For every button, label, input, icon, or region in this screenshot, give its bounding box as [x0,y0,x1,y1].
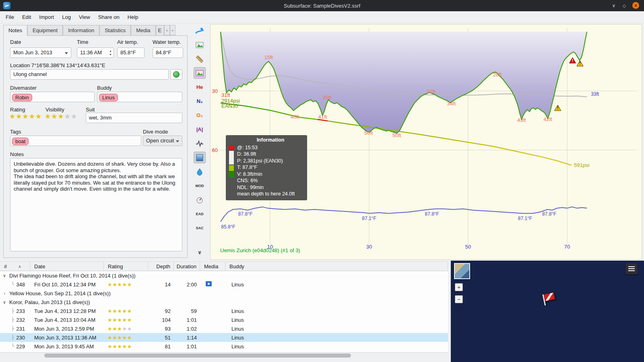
minimize-button[interactable]: ∨ [610,2,617,9]
toolbar-diver-icon[interactable] [194,25,206,37]
column-header-depth[interactable]: Depth [148,262,174,271]
menu-item-import[interactable]: Import [35,12,58,22]
tag-chip[interactable]: boat [12,138,29,145]
tags-field[interactable]: boat [10,136,141,146]
divemaster-field[interactable]: Robin [10,92,95,102]
tab-information[interactable]: Information [63,25,99,35]
chevron-down-icon[interactable]: ∨ [2,273,6,278]
map-panel[interactable]: + − [451,261,644,362]
column-header-num[interactable]: #∧ [0,262,30,271]
dive-duration: 1:01 [174,317,200,323]
toolbar-ead-icon[interactable]: EAD [194,208,206,220]
column-header-rating[interactable]: Rating [104,262,148,271]
column-header-media[interactable]: Media [200,262,225,271]
column-header-buddy[interactable]: Buddy [225,262,448,271]
menu-item-share-on[interactable]: Share on [94,12,124,22]
geolookup-button[interactable] [170,69,182,80]
svg-text:85.8°F: 85.8°F [221,224,235,230]
buddy-chip[interactable]: Linus [99,94,118,101]
tab-equipment[interactable]: Equipment [27,25,63,35]
svg-text:33ft: 33ft [591,91,599,97]
tab-media[interactable]: Media [131,25,155,35]
suit-field[interactable]: wet, 3mm [86,113,182,123]
menu-item-help[interactable]: Help [124,12,142,22]
menu-item-file[interactable]: File [2,12,18,22]
toolbar-ruler-icon[interactable] [194,53,206,65]
toolbar-pp-n2-icon[interactable]: N₂ [194,95,206,107]
svg-text:34ft: 34ft [447,101,456,107]
toolbar-scroll-down-icon[interactable]: ∨ [194,247,206,258]
svg-text:15ft: 15ft [264,54,273,60]
divemaster-chip[interactable]: Robin [12,94,32,101]
visibility-stars[interactable]: ★★★★★ [45,112,77,121]
tab-scroll-left-button[interactable]: ‹ [164,25,170,35]
suit-label: Suit [86,107,95,113]
svg-text:42ft: 42ft [543,116,552,122]
toolbar-pp-he-icon[interactable]: He [194,81,206,93]
spinner-arrows-icon[interactable]: ▲▼ [109,49,112,56]
column-header-date[interactable]: Date [30,262,104,271]
date-combobox[interactable]: Mon Jun 3, 2013 [10,47,71,58]
dive-buddy: Linus [225,317,448,323]
trip-row[interactable]: ›Yellow House, Sun Sep 21, 2014 (1 dive(… [0,289,448,298]
menu-item-edit[interactable]: Edit [18,12,35,22]
close-button[interactable]: × [632,2,639,9]
column-header-duration[interactable]: Duration [174,262,200,271]
toolbar-mod-icon[interactable]: MOD [194,180,206,191]
dive-media [200,281,225,288]
trip-row[interactable]: ∨Divi Flamingo House Reef, Fri Oct 10, 2… [0,271,448,280]
dive-row-231[interactable]: ├231Mon Jun 3, 2013 2:59 PM★★★★★931:02Li… [0,324,448,333]
info-box-line: D: 36.9ft [237,151,304,158]
toolbar-salinity-icon[interactable] [194,166,206,177]
tab-notes[interactable]: Notes [3,25,27,36]
toolbar-gauge-icon[interactable] [194,194,206,206]
menu-item-log[interactable]: Log [58,12,75,22]
chevron-right-icon[interactable]: › [2,291,6,296]
buddy-field[interactable]: Linus [97,92,182,102]
toolbar-sac-icon[interactable]: SAC [194,222,206,234]
time-spinbox[interactable]: 11:36 AM ▲▼ [77,47,114,58]
dive-site-flag-marker[interactable] [541,291,557,307]
toolbar-ceiling-icon[interactable] [194,152,206,163]
menu-item-view[interactable]: View [75,12,94,22]
horizontal-scrollbar[interactable] [0,352,448,358]
info-box-line: @: 15:53 [237,144,304,151]
svg-text:60: 60 [212,147,218,153]
svg-text:EAN30: EAN30 [221,103,238,109]
tab-e[interactable]: E [156,25,164,35]
tags-label: Tags [10,129,21,135]
dive-row-232[interactable]: ├232Tue Jun 4, 2013 10:04 AM★★★★★1041:01… [0,315,448,324]
toolbar-photos-icon[interactable] [194,39,206,51]
dive-row-348[interactable]: └348Fri Oct 10, 2014 12:34 PM★★★★★142:00… [0,280,448,289]
location-field[interactable]: Ulong channel [10,69,169,80]
tab-statistics[interactable]: Statistics [99,25,131,35]
airtemp-field[interactable]: 85.8°F [117,47,144,58]
toolbar-show-photos-icon[interactable] [194,67,206,79]
toolbar-heart-rate-icon[interactable] [194,138,206,149]
dive-row-229[interactable]: └229Mon Jun 3, 2013 9:45 AM★★★★★811:01Li… [0,342,448,351]
minimap-overview[interactable] [454,263,470,279]
chevron-down-icon[interactable]: ∨ [2,300,6,305]
toolbar-pp-graphs-icon[interactable]: |A| [194,123,206,135]
watertemp-field[interactable]: 84.8°F [153,47,183,58]
dive-rating-stars: ★★★★★ [104,326,148,332]
map-zoom-in-button[interactable]: + [455,283,463,291]
scrollbar-handle[interactable] [44,354,351,358]
trip-row[interactable]: ∨Koror, Palau, Jun 2013 (11 dive(s)) [0,298,448,306]
tab-scroll-right-button[interactable]: › [170,25,175,35]
toolbar-pp-o2-icon[interactable]: O₂ [194,109,206,121]
dive-duration: 1:14 [174,335,200,341]
dive-profile-chart[interactable]: 30601030507015ft40ft35ft41ft50ft50ft31ft… [210,24,642,260]
trip-label: Yellow House, Sun Sep 21, 2014 (1 dive(s… [9,290,111,296]
dive-row-233[interactable]: ├233Tue Jun 4, 2013 12:28 PM★★★★★9259Lin… [0,306,448,315]
map-zoom-out-button[interactable]: − [455,295,463,303]
dive-row-230[interactable]: ├230Mon Jun 3, 2013 11:36 AM★★★★★511:14L… [0,333,448,342]
rating-stars[interactable]: ★★★★★ [9,112,42,121]
info-box-line: CNS: 6% [237,177,304,184]
maximize-button[interactable]: ◇ [621,2,628,9]
map-menu-button[interactable] [625,263,638,274]
svg-text:87.8°F: 87.8°F [542,211,556,217]
media-thumbnail-icon[interactable] [206,281,212,286]
divemode-select[interactable]: Open circuit [143,136,182,146]
notes-textarea[interactable]: Unbelievable dive. Dozens and dozens of … [10,158,182,251]
